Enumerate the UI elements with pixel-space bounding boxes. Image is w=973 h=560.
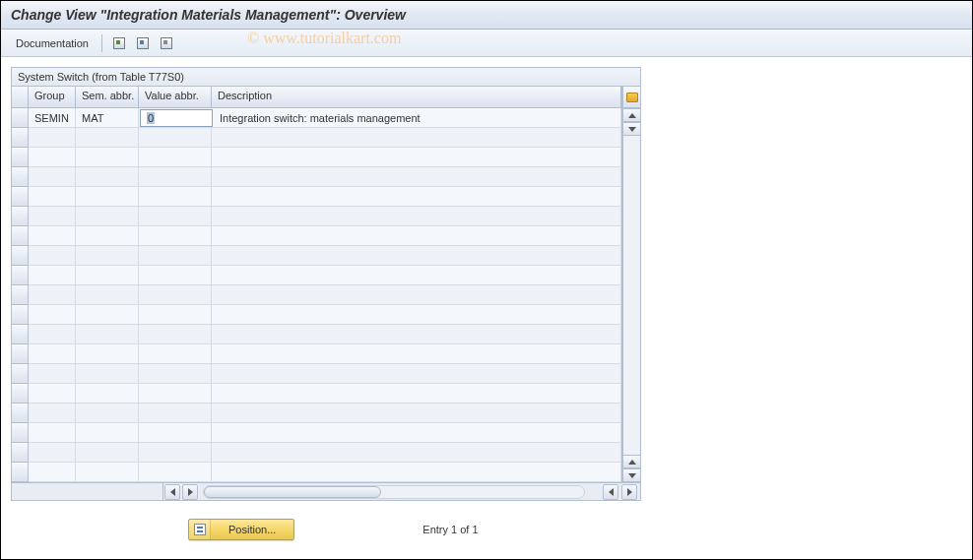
table-row[interactable] bbox=[29, 364, 621, 384]
row-selector-column bbox=[12, 87, 29, 482]
table-row[interactable] bbox=[29, 226, 621, 246]
separator bbox=[101, 34, 102, 52]
column-header-description[interactable]: Description bbox=[212, 87, 621, 107]
table-row[interactable] bbox=[29, 285, 621, 305]
column-header-sem-abbr[interactable]: Sem. abbr. bbox=[76, 87, 139, 107]
scroll-up-button[interactable] bbox=[623, 108, 640, 122]
cell-description: Integration switch: materials management bbox=[214, 108, 621, 127]
triangle-up-icon bbox=[628, 460, 636, 465]
table-row[interactable] bbox=[29, 148, 621, 167]
vertical-scrollbar[interactable] bbox=[622, 87, 640, 482]
table-row[interactable] bbox=[29, 443, 621, 463]
document-icon bbox=[161, 37, 172, 49]
row-selector[interactable] bbox=[12, 423, 28, 443]
row-selector[interactable] bbox=[12, 187, 28, 207]
row-selector[interactable] bbox=[12, 226, 28, 246]
scroll-spacer bbox=[12, 483, 163, 500]
grid-main: Group Sem. abbr. Value abbr. Description… bbox=[29, 87, 622, 482]
table-row[interactable] bbox=[29, 344, 621, 364]
column-header-value-abbr[interactable]: Value abbr. bbox=[139, 87, 212, 107]
document-icon bbox=[113, 37, 125, 49]
toolbar-icon-1[interactable] bbox=[110, 34, 128, 52]
page-title: Change View "Integration Materials Manag… bbox=[1, 1, 972, 30]
table-row[interactable] bbox=[29, 463, 621, 482]
table-config-button[interactable] bbox=[623, 87, 640, 108]
column-headers: Group Sem. abbr. Value abbr. Description bbox=[29, 87, 621, 108]
row-selector[interactable] bbox=[12, 325, 28, 344]
row-selector[interactable] bbox=[12, 167, 28, 187]
table-row[interactable] bbox=[29, 266, 621, 285]
toolbar-icon-3[interactable] bbox=[158, 34, 175, 52]
triangle-down-icon bbox=[628, 127, 636, 132]
table-row[interactable] bbox=[29, 404, 621, 423]
triangle-right-icon bbox=[188, 488, 193, 496]
scroll-up-button[interactable] bbox=[623, 455, 640, 468]
triangle-left-icon bbox=[170, 488, 175, 496]
row-selector[interactable] bbox=[12, 128, 28, 148]
row-selector-header[interactable] bbox=[12, 87, 28, 108]
triangle-up-icon bbox=[628, 113, 636, 118]
column-header-group[interactable]: Group bbox=[29, 87, 76, 107]
position-icon-wrap bbox=[189, 520, 211, 539]
table-row[interactable] bbox=[29, 423, 621, 443]
scroll-right-button[interactable] bbox=[182, 484, 198, 500]
table-row[interactable] bbox=[29, 305, 621, 325]
table-grid: Group Sem. abbr. Value abbr. Description… bbox=[12, 87, 640, 482]
entry-counter: Entry 1 of 1 bbox=[422, 524, 478, 535]
toolbar-icon-2[interactable] bbox=[134, 34, 152, 52]
scroll-left-button[interactable] bbox=[164, 484, 180, 500]
row-selector[interactable] bbox=[12, 266, 28, 285]
grid-rows: SEMIN MAT 0 Integration switch: material… bbox=[29, 108, 621, 482]
value-input[interactable]: 0 bbox=[147, 112, 155, 124]
table-row[interactable]: SEMIN MAT 0 Integration switch: material… bbox=[29, 108, 621, 128]
documentation-button[interactable]: Documentation bbox=[11, 34, 94, 52]
row-selector[interactable] bbox=[12, 364, 28, 384]
table-row[interactable] bbox=[29, 167, 621, 187]
triangle-left-icon bbox=[609, 488, 614, 496]
table-settings-icon bbox=[626, 93, 638, 102]
horizontal-scrollbar[interactable] bbox=[12, 482, 640, 500]
cell-value-abbr[interactable]: 0 bbox=[140, 109, 213, 127]
triangle-right-icon bbox=[627, 488, 632, 496]
footer: Position... Entry 1 of 1 bbox=[11, 519, 962, 540]
position-button[interactable]: Position... bbox=[188, 519, 294, 540]
row-selector[interactable] bbox=[12, 404, 28, 423]
table-row[interactable] bbox=[29, 207, 621, 226]
table-row[interactable] bbox=[29, 128, 621, 148]
scroll-down-button[interactable] bbox=[623, 468, 640, 482]
scroll-thumb[interactable] bbox=[204, 486, 381, 498]
position-label: Position... bbox=[211, 524, 293, 535]
scroll-track[interactable] bbox=[203, 485, 585, 499]
table-row[interactable] bbox=[29, 187, 621, 207]
document-icon bbox=[137, 37, 149, 49]
toolbar: Documentation © www.tutorialkart.com bbox=[1, 30, 972, 57]
row-selector[interactable] bbox=[12, 443, 28, 463]
row-selector[interactable] bbox=[12, 246, 28, 266]
cell-group: SEMIN bbox=[29, 108, 76, 127]
scroll-left-button[interactable] bbox=[603, 484, 618, 500]
system-switch-panel: System Switch (from Table T77S0) bbox=[11, 67, 641, 501]
scroll-track[interactable] bbox=[623, 136, 640, 455]
row-selector[interactable] bbox=[12, 463, 28, 482]
row-selector[interactable] bbox=[12, 148, 28, 167]
row-selector[interactable] bbox=[12, 207, 28, 226]
cell-sem-abbr: MAT bbox=[76, 108, 139, 127]
row-selector[interactable] bbox=[12, 305, 28, 325]
position-icon bbox=[194, 524, 206, 535]
row-selector[interactable] bbox=[12, 285, 28, 305]
triangle-down-icon bbox=[628, 473, 636, 478]
table-row[interactable] bbox=[29, 384, 621, 404]
scroll-right-button[interactable] bbox=[621, 484, 637, 500]
row-selector[interactable] bbox=[12, 344, 28, 364]
panel-title: System Switch (from Table T77S0) bbox=[12, 68, 640, 87]
content-area: System Switch (from Table T77S0) bbox=[1, 57, 972, 550]
row-selector[interactable] bbox=[12, 384, 28, 404]
table-row[interactable] bbox=[29, 325, 621, 344]
scroll-down-button[interactable] bbox=[623, 122, 640, 136]
table-row[interactable] bbox=[29, 246, 621, 266]
row-selector[interactable] bbox=[12, 108, 28, 128]
watermark: © www.tutorialkart.com bbox=[247, 30, 401, 47]
